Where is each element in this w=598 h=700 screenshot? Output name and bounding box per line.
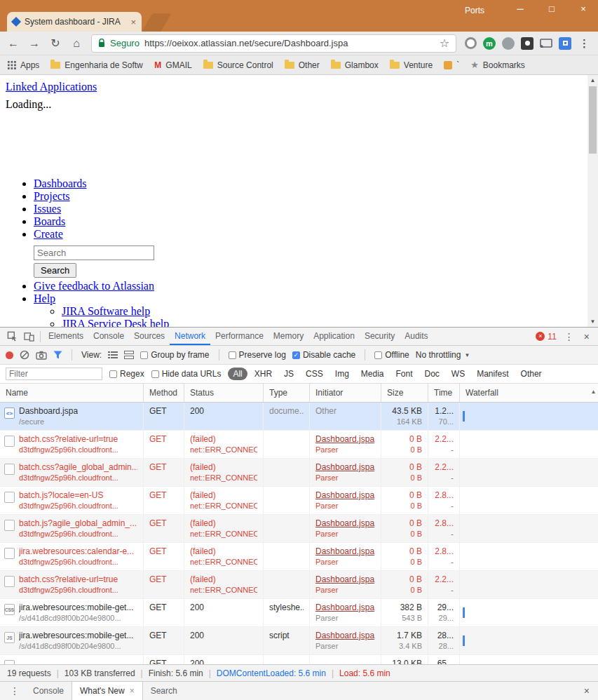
back-icon[interactable]: ← xyxy=(7,37,20,50)
extension-icon-3[interactable] xyxy=(502,37,515,50)
column-header-type[interactable]: Type xyxy=(264,384,310,402)
extension-icon-4[interactable] xyxy=(521,37,534,50)
drawer-tab[interactable]: Console × xyxy=(25,682,72,700)
devtools-menu-icon[interactable]: ⋮ xyxy=(562,331,576,342)
help-sublink[interactable]: JIRA Service Desk help xyxy=(62,318,169,327)
url-omnibox[interactable]: Seguro https://oeixox.atlassian.net/secu… xyxy=(91,34,456,53)
cast-icon[interactable] xyxy=(540,39,552,48)
maximize-button[interactable]: □ xyxy=(545,4,558,14)
column-header-method[interactable]: Method xyxy=(144,384,184,402)
nav-link[interactable]: Boards xyxy=(34,215,65,227)
type-filter-pill[interactable]: Doc xyxy=(420,368,444,380)
type-filter-pill[interactable]: All xyxy=(228,368,247,380)
error-count-badge[interactable]: × 11 xyxy=(536,332,556,342)
column-header-waterfall[interactable]: Waterfall xyxy=(460,384,589,402)
request-initiator-link[interactable]: Dashboard.jspa xyxy=(315,631,375,641)
type-filter-pill[interactable]: Other xyxy=(516,368,547,380)
network-request-row[interactable]: batch.css?relative-url=true d3tdfngw25p9… xyxy=(0,431,598,459)
minimize-button[interactable]: ─ xyxy=(514,4,526,14)
type-filter-pill[interactable]: Img xyxy=(330,368,354,380)
network-filter-input[interactable] xyxy=(6,368,102,380)
help-sublink[interactable]: JIRA Software help xyxy=(62,305,150,317)
drawer-tab[interactable]: Search × xyxy=(143,682,185,700)
type-filter-pill[interactable]: Media xyxy=(356,368,389,380)
network-request-row[interactable]: JS jira.webresources:mobile-get... /s/d4… xyxy=(0,627,598,655)
filter-funnel-icon[interactable] xyxy=(53,351,62,359)
reload-icon[interactable]: ↻ xyxy=(49,36,62,50)
bookmark-item[interactable]: ` xyxy=(444,60,459,70)
request-initiator-link[interactable]: Dashboard.jspa xyxy=(315,546,375,557)
bookmark-gmail[interactable]: M GMAIL xyxy=(154,60,191,70)
scroll-up-icon[interactable]: ▲ xyxy=(587,75,598,86)
forward-icon[interactable]: → xyxy=(28,37,41,50)
request-initiator-link[interactable]: Dashboard.jspa xyxy=(315,434,375,445)
type-filter-pill[interactable]: JS xyxy=(279,368,299,380)
bookmark-folder[interactable]: Venture xyxy=(390,60,433,70)
nav-link[interactable]: Dashboards xyxy=(34,177,87,189)
close-window-button[interactable]: × xyxy=(577,4,590,14)
type-filter-pill[interactable]: CSS xyxy=(301,368,328,380)
scroll-down-icon[interactable]: ▼ xyxy=(587,316,598,327)
view-overview-icon[interactable] xyxy=(124,351,134,359)
column-header-size[interactable]: Size xyxy=(381,384,428,402)
group-by-frame-checkbox[interactable]: ✓ Group by frame xyxy=(140,350,209,360)
devtools-tab[interactable]: Security xyxy=(360,328,400,345)
browser-tab[interactable]: System dashboard - JIRA × xyxy=(7,12,142,32)
view-list-icon[interactable] xyxy=(108,351,118,359)
request-initiator-link[interactable]: Other xyxy=(315,406,375,417)
devtools-tab[interactable]: Network xyxy=(170,328,210,345)
devtools-tab[interactable]: Console xyxy=(88,328,129,345)
linked-applications-link[interactable]: Linked Applications xyxy=(6,81,97,93)
table-scroll-up-icon[interactable]: ▲ xyxy=(589,384,598,402)
network-request-row[interactable]: GET 200 13.0 KB xyxy=(0,655,598,664)
devtools-tab[interactable]: Audits xyxy=(400,328,433,345)
devtools-tab[interactable]: Sources xyxy=(129,328,170,345)
bookmark-folder[interactable]: Source Control xyxy=(203,60,273,70)
devtools-close-icon[interactable]: × xyxy=(582,331,592,342)
network-request-row[interactable]: CSS jira.webresources:mobile-get... /s/d… xyxy=(0,599,598,627)
extension-icon-2[interactable]: m xyxy=(483,37,496,50)
capture-screenshots-icon[interactable] xyxy=(36,351,47,360)
close-tab-icon[interactable]: × xyxy=(130,682,135,700)
column-header-status[interactable]: Status xyxy=(184,384,264,402)
devtools-tab[interactable]: Elements xyxy=(43,328,88,345)
extension-icon-6[interactable] xyxy=(559,37,571,50)
nav-link[interactable]: Projects xyxy=(34,190,70,202)
clear-icon[interactable] xyxy=(20,350,29,360)
offline-checkbox[interactable]: ✓ Offline xyxy=(374,350,409,360)
bookmark-folder[interactable]: Engenharia de Softwa xyxy=(50,60,143,70)
bookmark-star-icon[interactable]: ☆ xyxy=(440,36,449,50)
devtools-tab[interactable]: Application xyxy=(308,328,360,345)
network-request-row[interactable]: batch.js?agile_global_admin_... d3tdfngw… xyxy=(0,515,598,543)
help-link[interactable]: Help xyxy=(34,292,55,304)
nav-link[interactable]: Issues xyxy=(34,203,61,215)
scrollbar-thumb[interactable] xyxy=(589,86,597,154)
drawer-menu-icon[interactable]: ⋮ xyxy=(4,685,25,696)
bookmark-folder[interactable]: Glambox xyxy=(331,60,379,70)
apps-button[interactable]: Apps xyxy=(7,60,39,70)
feedback-link[interactable]: Give feedback to Atlassian xyxy=(34,280,154,292)
column-header-initiator[interactable]: Initiator xyxy=(310,384,381,402)
network-request-row[interactable]: batch.css?relative-url=true d3tdfngw25p9… xyxy=(0,571,598,599)
drawer-close-icon[interactable]: × xyxy=(580,685,594,696)
column-header-time[interactable]: Time xyxy=(428,384,460,402)
home-icon[interactable]: ⌂ xyxy=(70,37,83,50)
extension-icon-1[interactable] xyxy=(465,37,477,49)
devtools-tab[interactable]: Memory xyxy=(269,328,308,345)
request-initiator-link[interactable]: Dashboard.jspa xyxy=(315,574,375,585)
request-initiator-link[interactable]: Dashboard.jspa xyxy=(315,603,375,613)
regex-checkbox[interactable]: ✓ Regex xyxy=(109,369,144,379)
bookmarks-folder-button[interactable]: ★ Bookmarks xyxy=(470,60,525,70)
device-toolbar-icon[interactable] xyxy=(20,328,37,345)
search-input[interactable] xyxy=(34,245,154,260)
new-tab-button[interactable] xyxy=(142,13,171,32)
close-tab-icon[interactable]: × xyxy=(130,17,136,27)
type-filter-pill[interactable]: WS xyxy=(447,368,470,380)
request-initiator-link[interactable]: Dashboard.jspa xyxy=(315,518,375,529)
record-icon[interactable] xyxy=(6,351,13,359)
network-request-row[interactable]: jira.webresources:calendar-e... d3tdfngw… xyxy=(0,543,598,571)
search-button[interactable]: Search xyxy=(34,263,76,278)
drawer-tab[interactable]: What's New × xyxy=(72,682,143,700)
browser-menu-icon[interactable]: ⋮ xyxy=(578,37,591,50)
nav-link[interactable]: Create xyxy=(34,228,63,240)
